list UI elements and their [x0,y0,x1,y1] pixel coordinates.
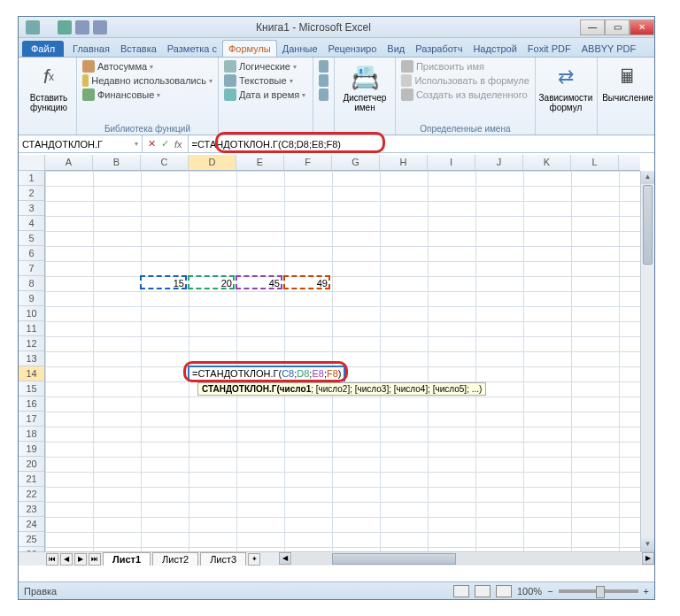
column-header-B[interactable]: B [93,155,141,170]
formula-input[interactable]: =СТАНДОТКЛОН.Г(C8;D8;E8;F8) [189,135,654,152]
column-header-A[interactable]: A [45,155,93,170]
new-sheet-button[interactable]: ✦ [248,553,260,566]
zoom-slider[interactable] [559,589,638,593]
vscroll-thumb[interactable] [643,185,653,265]
scroll-down-icon[interactable]: ▼ [641,538,654,551]
column-header-H[interactable]: H [380,155,428,170]
minimize-button[interactable]: — [580,19,605,35]
row-header-19[interactable]: 19 [19,442,44,457]
column-header-K[interactable]: K [523,155,571,170]
sheet-tab-2[interactable]: Лист2 [152,552,198,566]
row-header-12[interactable]: 12 [19,336,44,351]
row-header-2[interactable]: 2 [19,186,44,201]
math-button[interactable] [319,73,328,88]
select-all-corner[interactable] [19,155,45,171]
sheet-tab-1[interactable]: Лист1 [103,552,151,566]
zoom-out-button[interactable]: − [547,586,552,597]
sheet-tab-3[interactable]: Лист3 [200,552,246,566]
row-header-15[interactable]: 15 [19,381,44,397]
tab-layout[interactable]: Разметка с [162,41,222,57]
row-header-7[interactable]: 7 [19,261,44,276]
redo-icon[interactable] [93,20,107,35]
tab-home[interactable]: Главная [67,41,115,57]
sheet-nav-next[interactable]: ▶ [74,553,87,566]
tab-insert[interactable]: Вставка [115,41,162,57]
name-box-dropdown-icon[interactable]: ▾ [135,140,138,148]
zoom-level[interactable]: 100% [517,586,542,597]
fx-button-icon[interactable]: fx [174,139,182,150]
row-header-18[interactable]: 18 [19,427,44,442]
scroll-left-icon[interactable]: ◀ [279,552,291,565]
name-box[interactable]: СТАНДОТКЛОН.Г ▾ [19,135,143,152]
view-layout-button[interactable] [475,585,491,597]
column-header-F[interactable]: F [284,155,332,170]
row-header-21[interactable]: 21 [19,472,44,487]
autosum-button[interactable]: Автосумма▾ [82,59,212,73]
row-header-1[interactable]: 1 [19,171,44,186]
formula-auditing-button[interactable]: ⇄ Зависимости формул [541,59,591,116]
row-header-22[interactable]: 22 [19,487,44,502]
tab-review[interactable]: Рецензиро [323,41,382,57]
cell-editor[interactable]: =СТАНДОТКЛОН.Г(C8;D8;E8;F8) [188,366,345,381]
row-header-3[interactable]: 3 [19,201,44,216]
cancel-formula-icon[interactable]: ✕ [148,138,156,150]
horizontal-scrollbar[interactable]: ◀ ▶ [279,552,654,566]
define-name-button[interactable]: Присвоить имя [401,59,529,73]
sheet-nav-first[interactable]: ⏮ [46,553,58,566]
maximize-button[interactable]: ▭ [605,19,630,35]
row-header-14[interactable]: 14 [19,366,44,381]
column-header-J[interactable]: J [475,155,523,170]
sheet-nav-last[interactable]: ⏭ [89,553,101,566]
tab-data[interactable]: Данные [277,41,323,57]
name-manager-button[interactable]: 📇 Диспетчер имен [340,59,390,116]
insert-function-button[interactable]: fx Вставить функцию [24,59,73,116]
hscroll-thumb[interactable] [332,553,456,565]
column-header-D[interactable]: D [189,155,236,170]
tab-formulas[interactable]: Формулы [222,40,277,57]
view-pagebreak-button[interactable] [496,585,512,597]
row-header-24[interactable]: 24 [19,517,44,532]
cells-area[interactable]: 15204549=СТАНДОТКЛОН.Г(C8;D8;E8;F8)СТАНД… [45,171,640,551]
column-header-G[interactable]: G [332,155,380,170]
tab-addins[interactable]: Надстрой [468,41,522,57]
tab-developer[interactable]: Разработч [410,41,468,57]
undo-icon[interactable] [75,20,89,35]
recent-button[interactable]: Недавно использовались▾ [82,73,212,88]
scroll-up-icon[interactable]: ▲ [641,171,654,184]
row-header-17[interactable]: 17 [19,412,44,427]
more-button[interactable] [319,88,328,102]
enter-formula-icon[interactable]: ✓ [161,138,169,150]
row-header-10[interactable]: 10 [19,306,44,321]
tab-view[interactable]: Вид [382,41,410,57]
view-normal-button[interactable] [453,585,469,597]
create-from-selection-button[interactable]: Создать из выделенного [401,88,529,102]
row-header-8[interactable]: 8 [19,276,44,291]
lookup-button[interactable] [319,59,328,73]
tab-foxit[interactable]: Foxit PDF [522,41,576,57]
column-header-E[interactable]: E [236,155,284,170]
row-header-11[interactable]: 11 [19,321,44,336]
logical-button[interactable]: Логические▾ [224,59,307,73]
row-header-9[interactable]: 9 [19,291,44,306]
column-header-L[interactable]: L [571,155,619,170]
tab-abbyy[interactable]: ABBYY PDF [576,41,642,57]
datetime-button[interactable]: Дата и время▾ [224,88,307,102]
save-icon[interactable] [58,20,72,35]
column-header-I[interactable]: I [428,155,475,170]
row-header-6[interactable]: 6 [19,246,44,261]
column-header-C[interactable]: C [141,155,189,170]
scroll-right-icon[interactable]: ▶ [642,552,654,565]
calculation-button[interactable]: 🖩 Вычисление [603,59,653,106]
tab-file[interactable]: Файл [22,41,64,57]
zoom-in-button[interactable]: + [644,586,649,597]
row-header-13[interactable]: 13 [19,351,44,366]
row-header-5[interactable]: 5 [19,231,44,246]
close-button[interactable]: ✕ [630,19,654,35]
row-header-4[interactable]: 4 [19,216,44,231]
row-header-20[interactable]: 20 [19,457,44,472]
financial-button[interactable]: Финансовые▾ [82,88,212,102]
row-header-25[interactable]: 25 [19,532,44,547]
vertical-scrollbar[interactable]: ▲ ▼ [640,171,654,551]
row-header-16[interactable]: 16 [19,397,44,412]
text-button[interactable]: Текстовые▾ [224,73,307,88]
